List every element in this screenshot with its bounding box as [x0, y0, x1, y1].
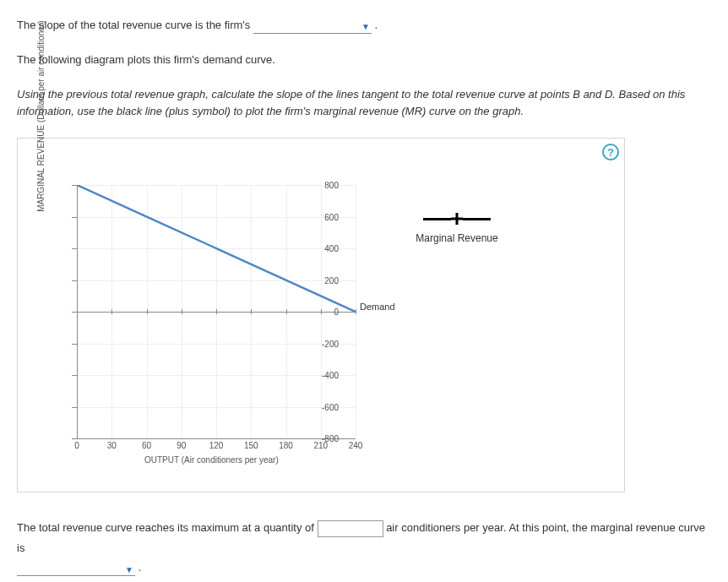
question-1-pre: The slope of the total revenue curve is …: [17, 19, 253, 31]
y-tick-label: 400: [324, 244, 339, 253]
quantity-input[interactable]: [318, 520, 383, 537]
x-tick-label: 90: [177, 441, 186, 450]
legend-label: Marginal Revenue: [406, 232, 508, 244]
x-tick-label: 150: [244, 441, 258, 450]
dropdown-slope-answer[interactable]: ▼: [253, 19, 372, 34]
footer-post: .: [139, 561, 142, 574]
x-tick-label: 240: [349, 441, 363, 450]
y-tick-label: 600: [324, 212, 339, 221]
question-2: The following diagram plots this firm's …: [17, 52, 711, 69]
dropdown-mr-answer[interactable]: ▼: [17, 561, 135, 576]
footer-pre: The total revenue curve reaches its maxi…: [17, 521, 318, 534]
y-tick-label: -400: [322, 371, 339, 380]
x-tick-label: 60: [142, 441, 151, 450]
x-tick-label: 180: [279, 441, 293, 450]
help-icon[interactable]: ?: [602, 144, 619, 160]
footer-question: The total revenue curve reaches its maxi…: [17, 518, 711, 577]
chevron-down-icon: ▼: [361, 20, 370, 34]
demand-line-svg: [77, 185, 356, 438]
chevron-down-icon: ▼: [125, 563, 133, 578]
graph-panel[interactable]: ?: [17, 138, 625, 492]
instruction-text: Using the previous total revenue graph, …: [17, 86, 711, 122]
y-tick-label: -200: [322, 339, 339, 348]
y-tick: [72, 438, 77, 439]
y-tick-label: 200: [324, 275, 339, 285]
y-tick-label: 0: [334, 307, 339, 317]
x-tick-label: 0: [74, 441, 79, 450]
x-tick-label: 210: [313, 441, 328, 450]
y-tick-label: 800: [324, 181, 339, 190]
plus-marker-icon: [406, 210, 508, 227]
question-1: The slope of the total revenue curve is …: [17, 17, 711, 35]
y-axis-title: MARGINAL REVENUE (Dollars per air condit…: [36, 21, 46, 212]
x-tick-label: 120: [209, 441, 224, 450]
y-tick-label: -600: [322, 402, 339, 411]
x-tick: [356, 309, 356, 314]
legend-marginal-revenue[interactable]: Marginal Revenue: [406, 210, 508, 244]
x-tick-label: 30: [107, 441, 117, 450]
chart-plot-area[interactable]: Demand: [77, 185, 356, 438]
svg-line-0: [77, 185, 356, 312]
question-1-post: .: [375, 19, 378, 31]
x-axis-bottom: [77, 438, 356, 439]
x-axis-title: OUTPUT (Air conditioners per year): [144, 455, 279, 465]
demand-series-label: Demand: [360, 302, 395, 312]
